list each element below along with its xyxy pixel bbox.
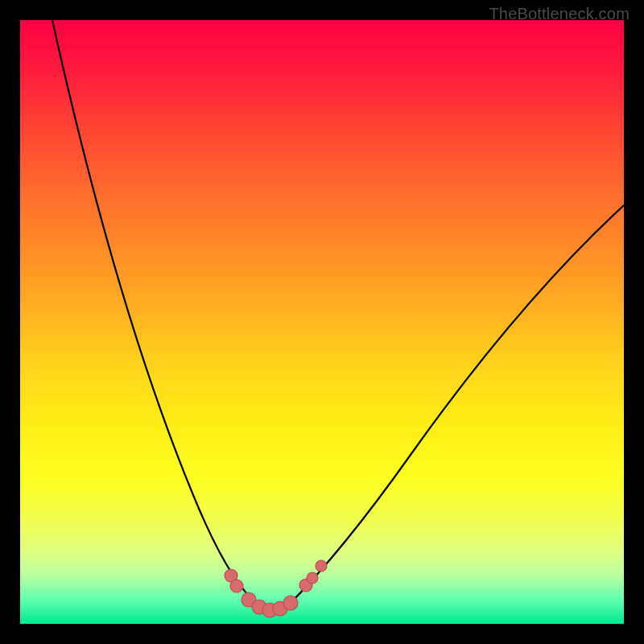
bottleneck-curve <box>20 20 624 624</box>
watermark: TheBottleneck.com <box>489 5 630 23</box>
marker <box>230 580 243 592</box>
data-markers <box>225 560 327 617</box>
chart-container: TheBottleneck.com <box>0 0 644 644</box>
curve-left <box>52 20 260 606</box>
curve-right <box>287 205 624 606</box>
marker <box>316 560 327 572</box>
marker <box>307 572 318 584</box>
marker <box>283 596 298 610</box>
plot-area <box>20 20 624 624</box>
